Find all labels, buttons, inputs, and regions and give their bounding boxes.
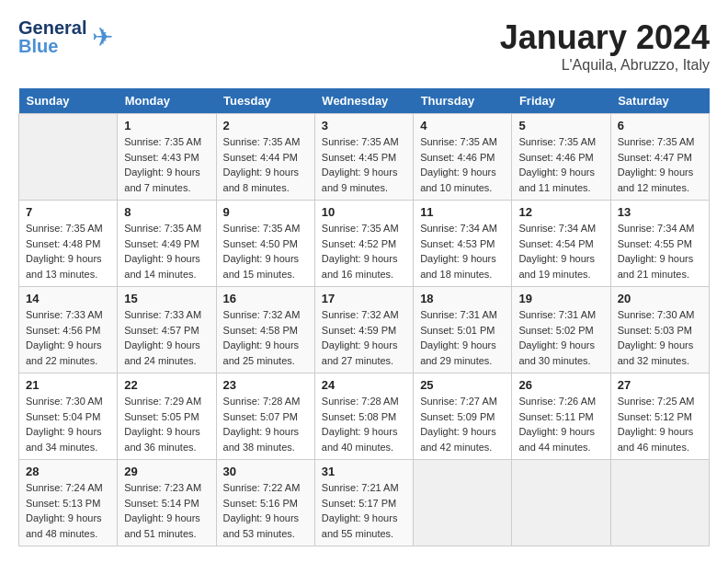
day-info-line: Daylight: 9 hours	[124, 253, 200, 264]
calendar-cell: 7Sunrise: 7:35 AMSunset: 4:48 PMDaylight…	[19, 201, 118, 287]
calendar-cell: 17Sunrise: 7:32 AMSunset: 4:59 PMDayligh…	[314, 287, 413, 373]
day-info-line: Sunset: 5:08 PM	[322, 411, 396, 422]
day-info: Sunrise: 7:21 AMSunset: 5:17 PMDaylight:…	[322, 480, 406, 541]
day-info-line: Daylight: 9 hours	[518, 253, 595, 264]
day-info-line: and 14 minutes.	[124, 269, 196, 280]
calendar-cell: 15Sunrise: 7:33 AMSunset: 4:57 PMDayligh…	[118, 287, 216, 373]
day-number: 25	[420, 378, 505, 392]
day-info-line: Sunset: 5:01 PM	[420, 325, 495, 336]
calendar-cell: 6Sunrise: 7:35 AMSunset: 4:47 PMDaylight…	[610, 114, 709, 201]
day-info-line: Sunset: 4:43 PM	[124, 152, 199, 163]
day-info-line: Sunrise: 7:28 AM	[223, 396, 301, 407]
day-info-line: Daylight: 9 hours	[124, 512, 200, 523]
day-info-line: and 22 minutes.	[26, 355, 97, 366]
day-info-line: Daylight: 9 hours	[518, 426, 595, 437]
day-info-line: and 15 minutes.	[223, 269, 295, 280]
day-info-line: Daylight: 9 hours	[223, 426, 300, 437]
calendar-cell: 30Sunrise: 7:22 AMSunset: 5:16 PMDayligh…	[216, 460, 314, 546]
day-number: 17	[322, 292, 406, 305]
day-info-line: Sunrise: 7:35 AM	[322, 223, 399, 234]
day-number: 3	[322, 119, 406, 132]
day-info-line: Daylight: 9 hours	[420, 426, 496, 437]
day-info: Sunrise: 7:22 AMSunset: 5:16 PMDaylight:…	[223, 480, 308, 541]
day-info-line: Daylight: 9 hours	[322, 339, 398, 350]
calendar-week-row: 7Sunrise: 7:35 AMSunset: 4:48 PMDaylight…	[19, 201, 710, 287]
day-info-line: and 34 minutes.	[26, 442, 97, 453]
day-info: Sunrise: 7:27 AMSunset: 5:09 PMDaylight:…	[420, 394, 505, 454]
day-info-line: and 18 minutes.	[420, 269, 492, 280]
day-info: Sunrise: 7:26 AMSunset: 5:11 PMDaylight:…	[518, 394, 603, 454]
day-info-line: Sunrise: 7:35 AM	[223, 136, 301, 147]
calendar-cell: 13Sunrise: 7:34 AMSunset: 4:55 PMDayligh…	[610, 201, 709, 287]
day-info-line: Sunset: 4:44 PM	[223, 152, 298, 163]
day-info-line: Daylight: 9 hours	[26, 339, 102, 350]
day-info-line: Sunset: 4:55 PM	[618, 238, 692, 249]
day-info-line: Sunrise: 7:34 AM	[420, 223, 497, 234]
calendar-cell: 3Sunrise: 7:35 AMSunset: 4:45 PMDaylight…	[314, 114, 413, 201]
day-info-line: and 36 minutes.	[124, 442, 196, 453]
column-header-saturday: Saturday	[610, 88, 709, 114]
day-info-line: and 27 minutes.	[322, 355, 393, 366]
day-number: 28	[26, 465, 110, 478]
day-info-line: Sunset: 4:46 PM	[420, 152, 495, 163]
day-info: Sunrise: 7:33 AMSunset: 4:56 PMDaylight:…	[26, 307, 110, 368]
day-info-line: Daylight: 9 hours	[518, 167, 595, 178]
day-info-line: Sunrise: 7:23 AM	[124, 482, 201, 493]
day-info: Sunrise: 7:35 AMSunset: 4:45 PMDaylight:…	[322, 134, 406, 195]
day-info-line: Sunrise: 7:24 AM	[26, 482, 103, 493]
day-info-line: and 29 minutes.	[420, 355, 492, 366]
day-info-line: and 42 minutes.	[420, 442, 492, 453]
day-info-line: Sunrise: 7:25 AM	[618, 396, 695, 407]
calendar-cell: 26Sunrise: 7:26 AMSunset: 5:11 PMDayligh…	[512, 373, 610, 460]
day-info: Sunrise: 7:35 AMSunset: 4:50 PMDaylight:…	[223, 221, 308, 282]
logo-general: General	[18, 18, 86, 37]
day-info-line: Sunrise: 7:35 AM	[618, 136, 695, 147]
day-info: Sunrise: 7:23 AMSunset: 5:14 PMDaylight:…	[124, 480, 209, 541]
day-info-line: Sunrise: 7:34 AM	[618, 223, 695, 234]
day-info-line: Daylight: 9 hours	[223, 339, 300, 350]
day-info-line: Sunrise: 7:35 AM	[26, 223, 103, 234]
calendar-cell: 21Sunrise: 7:30 AMSunset: 5:04 PMDayligh…	[19, 373, 118, 460]
day-info-line: Sunrise: 7:33 AM	[124, 309, 201, 320]
logo-blue: Blue	[18, 37, 86, 55]
day-info-line: Sunrise: 7:32 AM	[223, 309, 301, 320]
calendar-header-row: SundayMondayTuesdayWednesdayThursdayFrid…	[19, 88, 710, 114]
day-info-line: Daylight: 9 hours	[124, 339, 200, 350]
day-info-line: Sunrise: 7:31 AM	[518, 309, 596, 320]
day-info-line: Sunset: 5:11 PM	[518, 411, 593, 422]
day-info-line: Sunset: 5:14 PM	[124, 498, 199, 509]
day-info-line: Daylight: 9 hours	[618, 167, 694, 178]
day-info-line: Daylight: 9 hours	[124, 426, 200, 437]
day-info-line: Sunset: 4:52 PM	[322, 238, 396, 249]
day-info: Sunrise: 7:35 AMSunset: 4:44 PMDaylight:…	[223, 134, 308, 195]
day-info: Sunrise: 7:35 AMSunset: 4:46 PMDaylight:…	[420, 134, 505, 195]
day-info: Sunrise: 7:31 AMSunset: 5:01 PMDaylight:…	[420, 307, 505, 368]
day-info-line: Daylight: 9 hours	[223, 253, 300, 264]
day-info-line: Daylight: 9 hours	[618, 253, 694, 264]
day-info-line: Sunset: 4:58 PM	[223, 325, 298, 336]
day-info-line: Daylight: 9 hours	[322, 253, 398, 264]
day-info-line: Sunrise: 7:31 AM	[420, 309, 497, 320]
calendar-cell: 20Sunrise: 7:30 AMSunset: 5:03 PMDayligh…	[610, 287, 709, 373]
day-info: Sunrise: 7:34 AMSunset: 4:54 PMDaylight:…	[518, 221, 603, 282]
column-header-tuesday: Tuesday	[216, 88, 314, 114]
day-info-line: Sunrise: 7:21 AM	[322, 482, 399, 493]
day-info-line: Sunset: 5:17 PM	[322, 498, 396, 509]
day-info-line: and 16 minutes.	[322, 269, 393, 280]
day-info: Sunrise: 7:29 AMSunset: 5:05 PMDaylight:…	[124, 394, 209, 454]
day-info: Sunrise: 7:28 AMSunset: 5:08 PMDaylight:…	[322, 394, 406, 454]
day-number: 6	[618, 119, 702, 132]
day-info-line: Sunset: 5:07 PM	[223, 411, 298, 422]
day-info-line: Daylight: 9 hours	[618, 339, 694, 350]
logo: General Blue ✈	[18, 18, 113, 55]
column-header-friday: Friday	[512, 88, 610, 114]
page-header: General Blue ✈ January 2024 L'Aquila, Ab…	[18, 18, 710, 74]
calendar-cell: 9Sunrise: 7:35 AMSunset: 4:50 PMDaylight…	[216, 201, 314, 287]
day-number: 22	[124, 378, 209, 392]
day-number: 23	[223, 378, 308, 392]
day-info-line: Sunrise: 7:35 AM	[518, 136, 596, 147]
day-info-line: Sunrise: 7:34 AM	[518, 223, 596, 234]
day-number: 31	[322, 465, 406, 478]
day-info-line: Sunrise: 7:32 AM	[322, 309, 399, 320]
day-number: 7	[26, 205, 110, 219]
